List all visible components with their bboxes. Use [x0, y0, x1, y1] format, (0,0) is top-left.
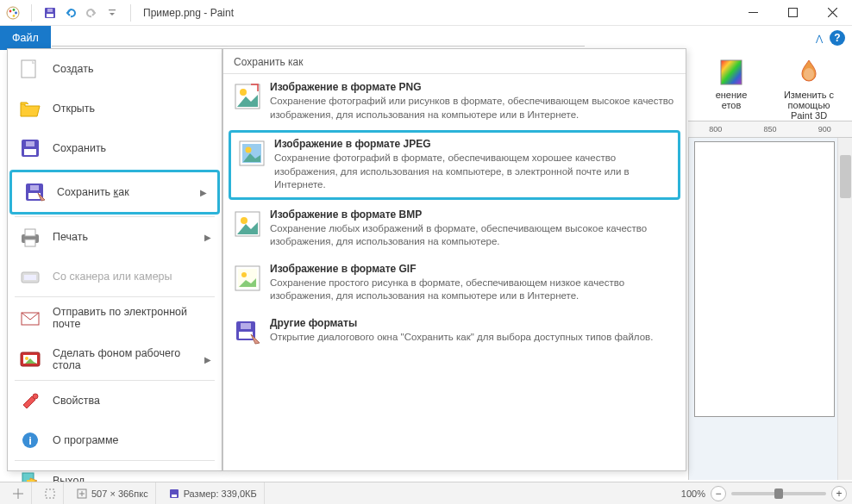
gif-icon: [234, 264, 261, 292]
file-menu: Создать Открыть Сохранить Сохранить как …: [7, 48, 222, 471]
file-tab[interactable]: Файл: [0, 26, 51, 50]
window-controls: [733, 0, 852, 26]
selection-size: [37, 482, 64, 504]
svg-rect-19: [30, 185, 39, 190]
paint-app-icon[interactable]: [5, 5, 21, 21]
svg-rect-15: [24, 149, 36, 155]
zoom-in-button[interactable]: +: [831, 486, 847, 501]
menu-label: Сохранить: [53, 142, 106, 154]
svg-rect-45: [239, 332, 253, 339]
item-desc: Открытие диалогового окна "Сохранить как…: [270, 331, 675, 345]
maximize-button[interactable]: [773, 0, 812, 26]
ribbon-tabs: Файл ⋀ ?: [0, 26, 852, 50]
svg-point-28: [25, 357, 28, 360]
submenu-arrow-icon: ▶: [200, 188, 207, 197]
item-desc: Сохранение простого рисунка в формате, о…: [270, 277, 675, 303]
svg-point-40: [241, 217, 247, 224]
canvas-area: [688, 138, 852, 480]
file-size: Размер: 339,0КБ: [161, 482, 265, 504]
svg-rect-50: [172, 495, 177, 497]
save-as-submenu: Сохранить как Изображение в формате PNG …: [222, 48, 686, 471]
svg-point-43: [241, 272, 247, 277]
help-icon[interactable]: ?: [830, 30, 845, 46]
svg-rect-9: [749, 12, 758, 13]
crosshair-icon: [12, 488, 24, 500]
zoom-slider[interactable]: [731, 492, 826, 495]
save-as-gif[interactable]: Изображение в формате GIF Сохранение про…: [223, 256, 686, 310]
svg-rect-6: [47, 14, 53, 17]
edit-colors-button[interactable]: енениеетов: [700, 57, 762, 121]
paint3d-button[interactable]: Изменить спомощью Paint 3D: [778, 57, 840, 121]
close-button[interactable]: [812, 0, 852, 26]
menu-properties[interactable]: Свойства: [8, 381, 222, 420]
save-icon[interactable]: [42, 5, 58, 21]
zoom-level: 100%: [681, 488, 705, 499]
menu-label: Печать: [53, 231, 88, 243]
disk-icon: [168, 488, 180, 500]
save-as-png[interactable]: Изображение в формате PNG Сохранение фот…: [223, 74, 686, 128]
submenu-arrow-icon: ▶: [204, 355, 211, 364]
svg-text:i: i: [28, 434, 32, 447]
menu-label: Со сканера или камеры: [53, 271, 172, 283]
svg-rect-11: [721, 60, 742, 84]
svg-point-1: [9, 9, 12, 12]
save-as-bmp[interactable]: Изображение в формате BMP Сохранение люб…: [223, 202, 686, 256]
svg-point-35: [240, 89, 247, 96]
svg-point-29: [33, 394, 38, 399]
ribbon-fragment: енениеетов Изменить спомощью Paint 3D: [695, 50, 845, 128]
svg-point-2: [13, 9, 16, 11]
menu-from-scanner: Со сканера или камеры: [8, 257, 222, 296]
submenu-header: Сохранить как: [223, 49, 686, 74]
menu-label: Создать: [53, 63, 94, 75]
statusbar: 507 × 366пкс Размер: 339,0КБ 100% − +: [0, 482, 852, 504]
horizontal-ruler: 800850900: [688, 121, 852, 138]
vertical-scrollbar[interactable]: [837, 138, 852, 480]
menu-print[interactable]: Печать ▶: [8, 217, 222, 257]
item-title: Изображение в формате JPEG: [274, 138, 671, 150]
menu-email[interactable]: Отправить по электронной почте: [8, 297, 222, 339]
quick-access-toolbar: [0, 4, 136, 22]
svg-rect-8: [109, 9, 116, 10]
save-as-jpeg[interactable]: Изображение в формате JPEG Сохранение фо…: [229, 130, 680, 200]
menu-save-as[interactable]: Сохранить как ▶: [9, 170, 220, 215]
item-title: Изображение в формате PNG: [270, 81, 675, 93]
menu-label: Отправить по электронной почте: [53, 306, 211, 330]
svg-point-3: [15, 11, 17, 14]
canvas[interactable]: [694, 141, 835, 417]
svg-rect-24: [24, 275, 36, 280]
svg-rect-47: [46, 489, 54, 498]
item-title: Изображение в формате GIF: [270, 263, 675, 275]
bmp-icon: [234, 210, 261, 238]
item-title: Изображение в формате BMP: [270, 208, 675, 221]
menu-label: О программе: [53, 434, 118, 446]
menu-create[interactable]: Создать: [8, 49, 222, 89]
menu-about[interactable]: i О программе: [8, 420, 222, 460]
menu-set-wallpaper[interactable]: Сделать фоном рабочего стола ▶: [8, 339, 222, 380]
svg-rect-46: [241, 323, 251, 329]
minimize-button[interactable]: [733, 0, 773, 26]
undo-icon[interactable]: [63, 5, 78, 21]
menu-save[interactable]: Сохранить: [8, 128, 222, 168]
item-desc: Сохранение любых изображений в формате, …: [270, 222, 675, 249]
svg-point-4: [13, 15, 16, 17]
image-dimensions: 507 × 366пкс: [69, 482, 156, 504]
other-formats-icon: [234, 319, 261, 346]
svg-rect-16: [26, 141, 34, 146]
dimensions-icon: [76, 488, 88, 500]
qat-dropdown-icon[interactable]: [104, 5, 120, 21]
ribbon-collapse-icon[interactable]: ⋀: [816, 34, 823, 43]
selection-icon: [44, 488, 56, 500]
menu-label: Сохранить как: [57, 186, 129, 198]
svg-rect-7: [47, 9, 53, 12]
jpeg-icon: [238, 140, 266, 167]
menu-open[interactable]: Открыть: [8, 89, 222, 128]
item-title: Другие форматы: [270, 317, 675, 329]
svg-rect-10: [788, 9, 797, 17]
redo-icon[interactable]: [84, 5, 99, 21]
cursor-position: [5, 482, 32, 504]
save-as-other[interactable]: Другие форматы Открытие диалогового окна…: [223, 310, 686, 353]
zoom-out-button[interactable]: −: [711, 486, 726, 501]
window-title: Пример.png - Paint: [143, 7, 234, 19]
titlebar: Пример.png - Paint: [0, 0, 852, 26]
svg-point-38: [246, 147, 252, 153]
